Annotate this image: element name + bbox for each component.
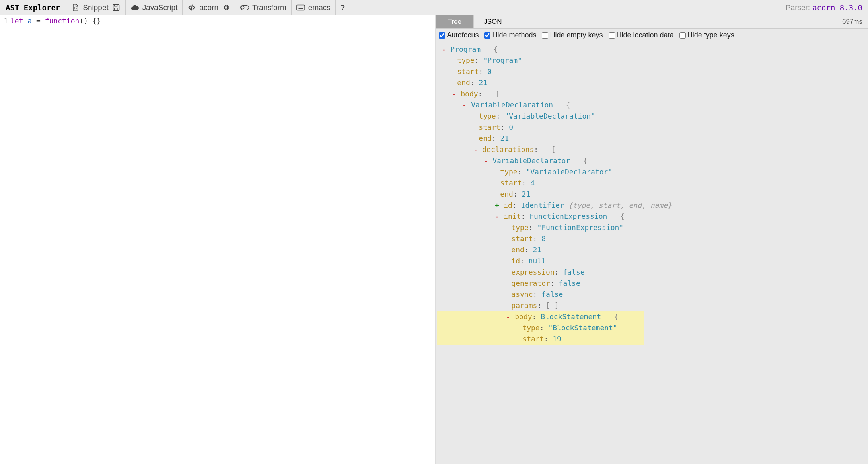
menu-snippet-label: Snippet	[83, 3, 108, 12]
kv[interactable]: expression: false	[437, 267, 866, 278]
svg-rect-0	[113, 4, 119, 10]
opt-hide-methods[interactable]: Hide methods	[484, 31, 536, 39]
code-file-icon	[71, 3, 80, 12]
collapse-icon[interactable]: -	[494, 211, 499, 222]
autofocus-checkbox[interactable]	[439, 32, 445, 39]
kv[interactable]: end: 21	[437, 77, 866, 88]
kv[interactable]: type: "Program"	[437, 55, 866, 66]
kv-id[interactable]: + id: Identifier {type, start, end, name…	[437, 200, 866, 211]
kv[interactable]: type: "FunctionExpression"	[437, 222, 866, 233]
parse-timing: 697ms	[837, 18, 868, 26]
kv[interactable]: async: false	[437, 289, 866, 300]
expand-icon[interactable]: +	[494, 200, 499, 211]
opt-hide-empty[interactable]: Hide empty keys	[542, 31, 603, 39]
autofocus-label: Autofocus	[447, 31, 479, 39]
hide-empty-label: Hide empty keys	[550, 31, 603, 39]
hide-type-label: Hide type keys	[687, 31, 734, 39]
kv[interactable]: start: 0	[437, 122, 866, 133]
tok-let: let	[10, 17, 23, 25]
menu-snippet[interactable]: Snippet	[66, 0, 125, 15]
kv-params[interactable]: params: [ ]	[437, 300, 866, 311]
collapsed-preview: {type, start, end, name}	[568, 201, 672, 209]
kv[interactable]: end: 21	[437, 244, 866, 255]
kv[interactable]: generator: false	[437, 278, 866, 289]
save-icon	[112, 3, 121, 12]
kv-body-block[interactable]: - body: BlockStatement {	[437, 311, 632, 322]
hide-type-checkbox[interactable]	[679, 32, 686, 39]
collapse-icon[interactable]: -	[473, 144, 478, 155]
svg-rect-2	[115, 8, 118, 10]
collapse-icon[interactable]: -	[506, 311, 510, 322]
kv[interactable]: type: "BlockStatement"	[437, 322, 632, 333]
tok-func: function	[45, 17, 80, 25]
kv[interactable]: type: "VariableDeclaration"	[437, 111, 866, 122]
parser-info: Parser: acorn-8.3.0	[780, 3, 868, 12]
menu-language[interactable]: JavaScript	[126, 0, 183, 15]
hide-location-checkbox[interactable]	[609, 32, 615, 39]
hide-methods-label: Hide methods	[492, 31, 536, 39]
highlighted-node[interactable]: - body: BlockStatement { type: "BlockSta…	[437, 311, 644, 345]
menu-language-label: JavaScript	[142, 3, 178, 12]
node-vardecl[interactable]: - VariableDeclaration {	[437, 99, 866, 111]
program-name: Program	[450, 45, 481, 53]
kv-init[interactable]: - init: FunctionExpression {	[437, 211, 866, 222]
tok-var: a	[27, 17, 32, 25]
tab-tree[interactable]: Tree	[436, 15, 474, 28]
kv[interactable]: start: 0	[437, 66, 866, 77]
kv[interactable]: end: 21	[437, 133, 866, 144]
kv[interactable]: type: "VariableDeclarator"	[437, 166, 866, 177]
parser-info-label: Parser:	[786, 3, 810, 12]
node-vardeclr[interactable]: - VariableDeclarator {	[437, 155, 866, 166]
menu-keymap-label: emacs	[308, 3, 331, 12]
menu-help[interactable]: ?	[336, 0, 350, 15]
kv-body[interactable]: - body: [	[437, 88, 866, 99]
tok-eq: =	[36, 17, 41, 25]
hide-location-label: Hide location data	[617, 31, 674, 39]
kv[interactable]: start: 8	[437, 233, 866, 244]
help-label: ?	[341, 3, 345, 12]
menu-transform-label: Transform	[252, 3, 286, 12]
line-number: 1	[0, 17, 10, 25]
toggle-icon	[240, 3, 249, 12]
collapse-icon[interactable]: -	[452, 88, 456, 99]
collapse-icon[interactable]: -	[462, 99, 467, 111]
output-pane: Tree JSON 697ms Autofocus Hide methods H…	[436, 15, 868, 464]
menubar: AST Explorer Snippet JavaScript acorn Tr…	[0, 0, 868, 15]
ast-tree[interactable]: - Program { type: "Program" start: 0 end…	[436, 42, 868, 464]
hide-methods-checkbox[interactable]	[484, 32, 490, 39]
tab-json[interactable]: JSON	[474, 15, 512, 28]
brace: {	[494, 45, 498, 53]
opt-autofocus[interactable]: Autofocus	[439, 31, 479, 39]
tree-options: Autofocus Hide methods Hide empty keys H…	[436, 29, 868, 42]
menu-parser[interactable]: acorn	[183, 0, 235, 15]
code-editor[interactable]: 1 let a = function() {}	[0, 15, 435, 27]
menu-transform[interactable]: Transform	[235, 0, 292, 15]
collapse-icon[interactable]: -	[441, 44, 446, 55]
cloud-icon	[130, 3, 139, 12]
hide-empty-checkbox[interactable]	[542, 32, 548, 39]
opt-hide-location[interactable]: Hide location data	[609, 31, 674, 39]
brand[interactable]: AST Explorer	[0, 0, 66, 15]
svg-point-4	[241, 6, 244, 9]
collapse-icon[interactable]: -	[483, 155, 488, 166]
gear-icon[interactable]	[222, 3, 230, 12]
parser-version-link[interactable]: acorn-8.3.0	[812, 3, 862, 12]
main-split: 1 let a = function() {} Tree JSON 697ms …	[0, 15, 868, 464]
node-program[interactable]: - Program {	[437, 44, 866, 55]
svg-rect-1	[115, 4, 117, 6]
kv[interactable]: id: null	[437, 255, 866, 267]
menu-keymap[interactable]: emacs	[292, 0, 336, 15]
opt-hide-type[interactable]: Hide type keys	[679, 31, 734, 39]
tok-rest: () {}	[79, 17, 101, 25]
kv[interactable]: end: 21	[437, 189, 866, 200]
menu-parser-label: acorn	[199, 3, 218, 12]
kv-declarations[interactable]: - declarations: [	[437, 144, 866, 155]
kv[interactable]: start: 4	[437, 177, 866, 189]
code-icon	[187, 3, 196, 12]
kv[interactable]: start: 19	[437, 333, 632, 345]
cursor	[101, 18, 101, 25]
code-line[interactable]: let a = function() {}	[10, 17, 101, 25]
svg-rect-3	[241, 5, 249, 10]
output-tabbar: Tree JSON 697ms	[436, 15, 868, 29]
editor-pane[interactable]: 1 let a = function() {}	[0, 15, 436, 464]
